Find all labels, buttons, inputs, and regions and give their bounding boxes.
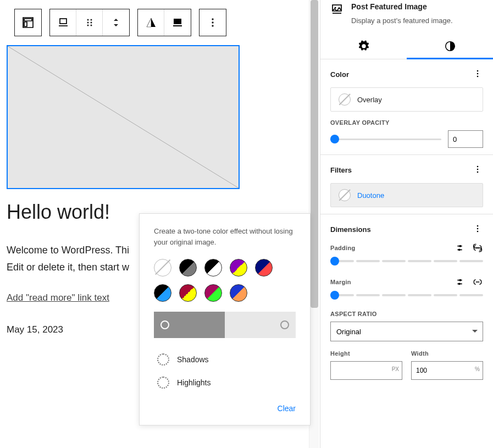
svg-point-8 — [212, 18, 213, 20]
opacity-slider[interactable] — [330, 139, 441, 140]
tab-styles[interactable] — [407, 34, 493, 59]
filters-panel-menu[interactable] — [472, 164, 483, 176]
block-description: Display a post's featured image. — [351, 16, 453, 25]
svg-point-15 — [477, 70, 479, 72]
height-input[interactable] — [330, 361, 402, 380]
overlay-label: Overlay — [357, 96, 382, 104]
slider-thumb[interactable] — [330, 291, 339, 300]
dimensions-panel-menu[interactable] — [472, 223, 483, 236]
dimensions-panel: Dimensions Padding Margin — [320, 214, 493, 386]
duotone-preset-grid — [154, 259, 296, 302]
svg-point-27 — [458, 283, 461, 285]
custom-size-icon[interactable] — [456, 242, 467, 253]
svg-point-5 — [87, 25, 88, 26]
padding-slider[interactable] — [330, 260, 483, 262]
slider-thumb[interactable] — [330, 135, 339, 143]
opacity-input[interactable] — [448, 130, 483, 148]
link-sides-icon[interactable] — [472, 276, 483, 287]
color-panel-menu[interactable] — [472, 68, 483, 81]
duotone-preset-1[interactable] — [179, 259, 197, 276]
post-title[interactable]: Hello world! — [7, 201, 110, 224]
color-ring-icon — [157, 353, 169, 366]
overlay-color-field[interactable]: Overlay — [330, 87, 483, 112]
width-input[interactable] — [411, 361, 483, 380]
dimensions-heading: Dimensions — [330, 225, 371, 234]
svg-line-11 — [8, 46, 239, 188]
svg-point-10 — [212, 25, 213, 26]
svg-point-21 — [477, 225, 479, 227]
replace-button[interactable] — [164, 9, 191, 36]
link-sides-icon[interactable] — [472, 242, 483, 253]
duotone-preset-4[interactable] — [255, 259, 273, 276]
height-label: Height — [330, 350, 402, 357]
sidebar-tabs — [320, 34, 493, 59]
drag-button[interactable] — [76, 9, 103, 36]
svg-point-20 — [477, 172, 479, 173]
custom-size-icon[interactable] — [456, 276, 467, 287]
duotone-preset-7[interactable] — [204, 284, 222, 302]
duotone-preset-5[interactable] — [154, 284, 171, 302]
margin-slider[interactable] — [330, 294, 483, 296]
svg-point-25 — [458, 248, 461, 251]
featured-image-icon — [330, 2, 344, 17]
shadows-label: Shadows — [177, 355, 209, 364]
block-type-button[interactable] — [15, 9, 41, 36]
duotone-button[interactable] — [138, 9, 164, 36]
aspect-ratio-select[interactable]: Original — [330, 322, 483, 341]
featured-image-placeholder[interactable] — [7, 45, 240, 189]
highlights-picker[interactable]: Highlights — [154, 371, 296, 394]
opacity-label: Overlay opacity — [330, 119, 483, 126]
duotone-field[interactable]: Duotone — [330, 183, 483, 207]
svg-point-17 — [477, 76, 479, 78]
aspect-ratio-label: Aspect Ratio — [330, 311, 483, 317]
clear-button[interactable]: Clear — [154, 404, 296, 413]
svg-point-18 — [477, 166, 479, 168]
svg-point-2 — [90, 19, 92, 21]
svg-point-24 — [459, 245, 461, 247]
svg-point-23 — [477, 231, 479, 233]
color-ring-icon — [157, 377, 169, 389]
shadows-stop-icon[interactable] — [160, 320, 169, 329]
svg-rect-12 — [333, 5, 341, 11]
svg-rect-7 — [174, 19, 181, 24]
block-card: Post Featured Image Display a post's fea… — [320, 0, 493, 34]
duotone-popover: Create a two-tone color effect without l… — [139, 213, 311, 425]
padding-label: Padding — [330, 245, 356, 251]
post-date: May 15, 2023 — [7, 324, 63, 335]
tab-settings[interactable] — [320, 34, 407, 59]
filters-heading: Filters — [330, 166, 352, 174]
svg-point-4 — [90, 22, 92, 24]
svg-point-1 — [87, 19, 88, 21]
duotone-preset-3[interactable] — [230, 259, 247, 276]
svg-point-22 — [477, 228, 479, 230]
duotone-preset-8[interactable] — [230, 284, 247, 302]
block-title: Post Featured Image — [351, 2, 453, 11]
highlights-stop-icon[interactable] — [280, 320, 289, 329]
duotone-preset-6[interactable] — [179, 284, 197, 302]
scrollbar-thumb[interactable] — [311, 0, 318, 308]
duotone-preset-none[interactable] — [154, 259, 171, 276]
shadows-picker[interactable]: Shadows — [154, 348, 296, 371]
duotone-description: Create a two-tone color effect without l… — [154, 226, 296, 248]
color-indicator-icon — [339, 93, 351, 106]
move-button[interactable] — [103, 9, 129, 36]
align-button[interactable] — [50, 9, 76, 36]
settings-sidebar: Post Featured Image Display a post's fea… — [320, 0, 493, 448]
read-more-link[interactable]: Add "read more" link text — [7, 292, 109, 303]
margin-label: Margin — [330, 279, 351, 285]
svg-point-19 — [477, 169, 479, 170]
duotone-preset-2[interactable] — [204, 259, 222, 276]
duotone-label: Duotone — [357, 191, 384, 200]
color-panel: Color Overlay Overlay opacity — [320, 59, 493, 155]
svg-point-6 — [90, 25, 92, 26]
color-indicator-icon — [339, 189, 351, 201]
svg-point-26 — [459, 279, 461, 281]
svg-point-3 — [87, 22, 88, 24]
slider-thumb[interactable] — [330, 257, 339, 266]
more-options-button[interactable] — [200, 9, 226, 36]
svg-rect-0 — [60, 19, 67, 24]
highlights-label: Highlights — [177, 378, 211, 387]
duotone-gradient-bar[interactable] — [154, 312, 296, 338]
width-label: Width — [411, 350, 483, 357]
filters-panel: Filters Duotone — [320, 155, 493, 214]
